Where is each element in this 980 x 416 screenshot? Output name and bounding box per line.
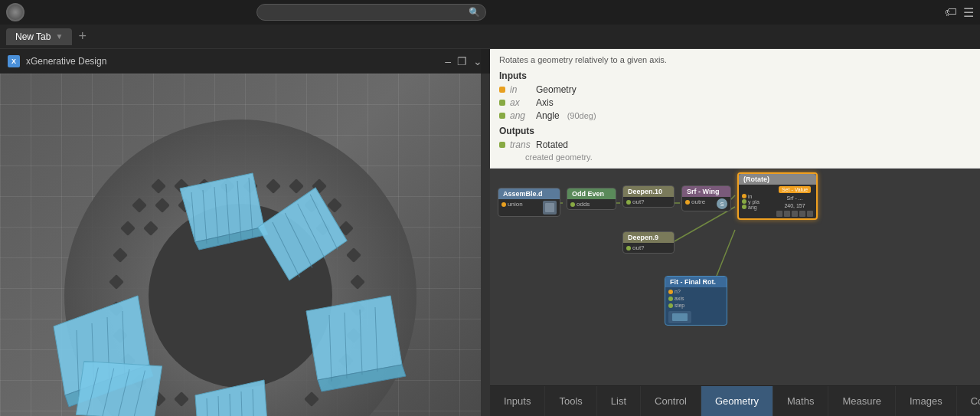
node-srf-wing[interactable]: Srf - Wing outre S [681, 185, 731, 211]
info-panel: Rotates a geometry relatively to a given… [490, 49, 980, 169]
trans-value: Rotated [536, 139, 568, 150]
node-canvas[interactable]: AssemBle.d union [490, 169, 980, 355]
tab-label: New Tab [15, 31, 51, 42]
right-panel: Rotates a geometry relatively to a given… [490, 49, 980, 416]
angle-value: Angle [536, 110, 560, 121]
node-rotate-title: (Rotate) [743, 175, 769, 183]
tab-new[interactable]: New Tab ▼ [6, 28, 72, 45]
viewport: X xGenerative Design – ❐ ⌄ [0, 49, 490, 416]
top-bar: 🔍 🏷 ☰ [0, 0, 980, 25]
tab-add-button[interactable]: + [78, 28, 87, 44]
geometry-label: in [510, 84, 531, 95]
created-text: created geometry. [525, 152, 971, 162]
search-input[interactable] [256, 4, 486, 21]
outputs-title: Outputs [499, 126, 971, 136]
search-bar: 🔍 [256, 4, 486, 21]
node-deepen9[interactable]: Deepen.9 out? [622, 231, 675, 254]
minimize-button[interactable]: – [445, 55, 451, 67]
tab-geometry[interactable]: Geometry [701, 386, 773, 416]
node-odd-even-title: Odd Even [572, 190, 604, 198]
node-assemble-title: AssemBle.d [503, 190, 543, 198]
tab-tools[interactable]: Tools [545, 386, 596, 416]
trans-label: trans [510, 139, 531, 150]
axis-label: ax [510, 97, 531, 108]
tab-control[interactable]: Control [641, 386, 701, 416]
node-final-rot[interactable]: Fit - Final Rot. n? axis step [665, 276, 727, 326]
menu-icon[interactable]: ☰ [963, 5, 974, 20]
tab-bar: New Tab ▼ + [0, 25, 980, 49]
xgen-logo-icon: X [8, 55, 20, 67]
node-final-rot-title: Fit - Final Rot. [670, 278, 716, 286]
node-rotate[interactable]: (Rotate) in y pla ang Set - Value Srf - [737, 172, 818, 220]
node-assemble[interactable]: AssemBle.d union [498, 188, 560, 217]
inputs-title: Inputs [499, 70, 971, 81]
axis-dot [499, 100, 505, 106]
main-area: X xGenerative Design – ❐ ⌄ [0, 49, 980, 416]
top-icons: 🏷 ☰ [945, 5, 974, 20]
close-button[interactable]: ⌄ [473, 55, 482, 67]
output-trans-row: trans Rotated [499, 139, 971, 150]
viewport-controls: – ❐ ⌄ [445, 55, 482, 67]
scene-background [0, 74, 481, 416]
angle-detail: (90deg) [567, 111, 596, 120]
node-odd-even[interactable]: Odd Even odds [567, 188, 616, 210]
node-deepen10-title: Deepen.10 [628, 188, 662, 195]
tab-measure[interactable]: Measure [828, 386, 896, 416]
search-icon: 🔍 [469, 7, 480, 18]
connections-svg [490, 169, 980, 355]
tag-icon[interactable]: 🏷 [945, 5, 957, 19]
tab-color[interactable]: Color [957, 386, 980, 416]
3d-geometry [0, 74, 481, 416]
app-logo [6, 3, 24, 21]
tab-list[interactable]: List [597, 386, 641, 416]
node-srf-wing-title: Srf - Wing [687, 188, 719, 195]
geometry-dot [499, 87, 505, 93]
node-deepen9-title: Deepen.9 [628, 234, 658, 241]
viewport-header: X xGenerative Design – ❐ ⌄ [0, 49, 490, 74]
expand-button[interactable]: ❐ [457, 55, 467, 67]
svg-line-75 [668, 207, 735, 245]
node-editor[interactable]: AssemBle.d union [490, 169, 980, 385]
angle-dot [499, 113, 505, 119]
viewport-title: xGenerative Design [26, 56, 106, 67]
input-axis-row: ax Axis [499, 97, 971, 108]
tab-dropdown-icon[interactable]: ▼ [55, 32, 63, 41]
bottom-toolbar: Inputs Tools List Control Geometry Maths… [490, 385, 980, 416]
tab-maths[interactable]: Maths [773, 386, 828, 416]
tab-inputs[interactable]: Inputs [490, 386, 545, 416]
axis-value: Axis [536, 97, 554, 108]
node-deepen10[interactable]: Deepen.10 out? [622, 185, 675, 208]
trans-dot [499, 142, 505, 148]
viewport-scrollbar[interactable] [481, 49, 490, 416]
tab-images[interactable]: Images [896, 386, 957, 416]
info-description: Rotates a geometry relatively to a given… [499, 55, 971, 64]
geometry-value: Geometry [536, 84, 577, 95]
input-geometry-row: in Geometry [499, 84, 971, 95]
angle-label: ang [510, 110, 531, 121]
input-angle-row: ang Angle (90deg) [499, 110, 971, 121]
